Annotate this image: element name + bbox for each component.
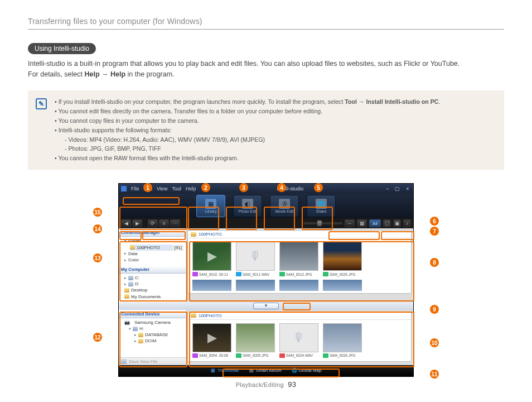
tree-samsung-camera[interactable]: 📷 Samsung Camera bbox=[124, 319, 183, 326]
nav-back-button[interactable]: ◀ bbox=[121, 219, 131, 227]
mode-photo-label: Photo Edit bbox=[239, 209, 257, 213]
view-smart-label: Smart Album bbox=[256, 368, 282, 373]
tree-folder-root[interactable]: ▾Folder bbox=[124, 238, 183, 244]
minimize-button[interactable]: – bbox=[384, 186, 391, 192]
gallery-bottom-folder[interactable]: 100PHOTO bbox=[199, 313, 222, 318]
thumb-name: SAM_0004. bbox=[199, 353, 218, 357]
thumb-item[interactable]: SAM_0005.JPG bbox=[236, 323, 275, 358]
thumb-partial[interactable] bbox=[192, 280, 231, 291]
mode-photo-edit[interactable]: ◐ Photo Edit bbox=[233, 195, 262, 217]
callout-13: 13 bbox=[93, 253, 102, 262]
tree-color[interactable]: ▸Color bbox=[124, 257, 183, 263]
maximize-button[interactable]: ▢ bbox=[394, 186, 401, 192]
play-overlay-icon: ▶ bbox=[193, 242, 231, 270]
filter-videos-icon[interactable]: ▣ bbox=[393, 219, 401, 227]
zoom-out-button[interactable]: – bbox=[345, 219, 355, 227]
thumb-item[interactable]: SAM_0012.JPG bbox=[279, 242, 318, 276]
note-4b: Photos: JPG, GIF, BMP, PNG, TIFF bbox=[65, 144, 440, 154]
filter-audio-icon[interactable]: ♪ bbox=[403, 219, 411, 227]
tree-folder-count: [91] bbox=[173, 245, 183, 251]
intro-arrow: → bbox=[100, 70, 110, 78]
thumb-item[interactable]: ▶ SAM_0010.00:11 bbox=[192, 242, 231, 276]
filter-all[interactable]: All bbox=[369, 219, 381, 227]
folder-icon bbox=[138, 333, 143, 337]
thumb-name: SAM_0005.JPG bbox=[243, 353, 269, 357]
movie-edit-icon: ✇ bbox=[279, 199, 290, 209]
zoom-in-button[interactable]: ▦ bbox=[357, 219, 367, 227]
save-new-file[interactable]: Save New File bbox=[119, 357, 186, 365]
thumb-item[interactable]: 🎙 SAM_0024.WAV bbox=[279, 323, 318, 358]
thumb-name: SAM_0012.JPG bbox=[286, 272, 312, 276]
intro-text: Intelli-studio is a built-in program tha… bbox=[28, 59, 504, 80]
nav-forward-button[interactable]: ▶ bbox=[132, 219, 142, 227]
thumb-partial[interactable] bbox=[279, 280, 318, 291]
disk-icon bbox=[121, 359, 127, 364]
view-global-map[interactable]: 🌐Global Map bbox=[292, 368, 322, 374]
mic-icon: 🎙 bbox=[236, 242, 274, 270]
mode-movie-edit[interactable]: ✇ Movie Edit bbox=[270, 195, 299, 217]
note-3: You cannot copy files in your computer t… bbox=[55, 116, 440, 126]
view-thumbnail[interactable]: ▦Thumbnail bbox=[210, 368, 238, 374]
drive-d[interactable]: ▸D: bbox=[124, 281, 183, 287]
view-mode-bar: ▦Thumbnail ▤Smart Album 🌐Global Map bbox=[119, 365, 413, 376]
tree-my-documents[interactable]: My Documents bbox=[124, 294, 183, 300]
tree-desktop[interactable]: Desktop bbox=[124, 287, 183, 293]
view-smart-album[interactable]: ▤Smart Album bbox=[249, 368, 282, 374]
folder-icon bbox=[130, 245, 135, 250]
audio-badge-icon bbox=[279, 353, 285, 358]
panel-my-computer[interactable]: My Computer bbox=[119, 265, 186, 274]
drive-icon bbox=[128, 282, 133, 286]
menu-help[interactable]: Help bbox=[186, 186, 196, 192]
tree-folder-100photo[interactable]: 100PHOTO[91] bbox=[130, 245, 183, 251]
thumb-partial[interactable] bbox=[236, 280, 275, 291]
filter-photos-icon[interactable]: ▢ bbox=[383, 219, 391, 227]
panel-contents-manager[interactable]: Contents Manager bbox=[119, 228, 186, 237]
thumb-partial[interactable] bbox=[323, 280, 362, 291]
zoom-slider[interactable] bbox=[303, 222, 342, 224]
note-1d: Install Intelli-studio on PC bbox=[366, 98, 438, 105]
note-2: You cannot edit files directly on the ca… bbox=[55, 107, 440, 116]
tree-date-label: Date bbox=[128, 251, 138, 257]
mode-share[interactable]: 🌐 Share bbox=[307, 195, 336, 217]
tree-database[interactable]: ▸DATABASE bbox=[134, 332, 183, 338]
drive-c[interactable]: ▸C: bbox=[124, 275, 183, 281]
toolbar: ◀ ▶ ⟳ ≡ ⋯ – ▦ All ▢ ▣ ♪ bbox=[119, 218, 413, 228]
callout-14: 14 bbox=[93, 224, 102, 233]
menu-view[interactable]: View bbox=[157, 186, 167, 192]
mode-library[interactable]: ▦ Library bbox=[196, 195, 225, 217]
title-bar[interactable]: File Edit View Tool Help Intelli-studio … bbox=[119, 184, 413, 194]
folder-icon bbox=[191, 313, 196, 318]
panel-connected-device[interactable]: Connected Device bbox=[119, 310, 186, 318]
tool-btn-3[interactable]: ⋯ bbox=[170, 219, 180, 227]
divider-handle[interactable]: ▼ bbox=[253, 303, 279, 309]
gallery-top: 100PHOTO ▶ SAM_0010.00:11 🎙 SAM_0011.WAV bbox=[187, 230, 412, 294]
audio-badge-icon bbox=[236, 272, 241, 276]
app-logo-icon bbox=[121, 186, 127, 192]
note-4: Intelli-studio supports the following fo… bbox=[59, 127, 172, 133]
smart-album-icon: ▤ bbox=[249, 368, 254, 374]
tree-desktop-label: Desktop bbox=[131, 287, 147, 293]
thumb-name: SAM_0026.JPG bbox=[330, 353, 356, 357]
thumb-item[interactable]: SAM_0026.JPG bbox=[323, 323, 362, 358]
drive-h[interactable]: ▾H: bbox=[129, 326, 183, 332]
split-divider[interactable]: ▼ bbox=[119, 302, 413, 310]
menu-tool[interactable]: Tool bbox=[172, 186, 181, 192]
thumb-name: SAM_0024.WAV bbox=[286, 353, 313, 357]
tool-btn-2[interactable]: ≡ bbox=[159, 219, 169, 227]
close-button[interactable]: × bbox=[404, 186, 411, 192]
menu-file[interactable]: File bbox=[131, 186, 139, 192]
thumb-item[interactable]: SAM_0026.JPG bbox=[323, 242, 362, 276]
view-thumbnail-label: Thumbnail bbox=[217, 368, 238, 373]
gallery-top-folder[interactable]: 100PHOTO bbox=[199, 232, 222, 237]
tool-btn-1[interactable]: ⟳ bbox=[148, 219, 158, 227]
tree-dcim[interactable]: ▸DCIM bbox=[134, 338, 183, 344]
note-5: You cannot open the RAW format files wit… bbox=[55, 154, 440, 163]
note-1e: . bbox=[438, 98, 440, 105]
note-box: ✎ If you install Intelli-studio on your … bbox=[28, 90, 504, 170]
thumb-item[interactable]: ▶ SAM_0004.00:08 bbox=[192, 323, 231, 358]
callout-11: 11 bbox=[430, 370, 439, 379]
thumb-item[interactable]: 🎙 SAM_0011.WAV bbox=[236, 242, 275, 276]
page-header: Transferring files to your computer (for… bbox=[28, 17, 504, 30]
zoom-thumb[interactable] bbox=[317, 221, 322, 226]
tree-date[interactable]: ▸Date bbox=[124, 251, 183, 257]
